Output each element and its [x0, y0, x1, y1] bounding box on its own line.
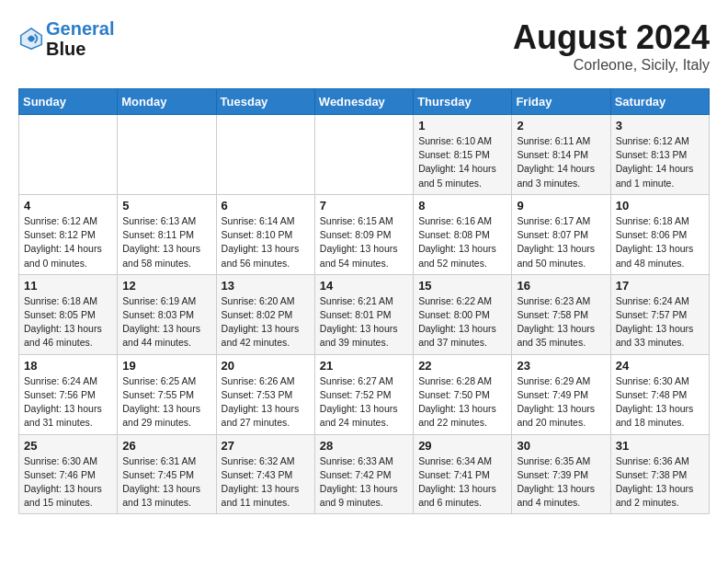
day-number: 25 [24, 439, 112, 453]
day-info: Sunrise: 6:20 AM Sunset: 8:02 PM Dayligh… [222, 294, 310, 350]
day-number: 29 [418, 439, 506, 453]
calendar-cell: 23Sunrise: 6:29 AM Sunset: 7:49 PM Dayli… [512, 354, 610, 434]
calendar-cell: 15Sunrise: 6:22 AM Sunset: 8:00 PM Dayli… [414, 274, 512, 354]
page-header: General Blue August 2024 Corleone, Sicil… [18, 18, 710, 74]
calendar-cell: 28Sunrise: 6:33 AM Sunset: 7:42 PM Dayli… [314, 434, 413, 514]
day-number: 7 [320, 199, 408, 213]
day-number: 6 [222, 199, 310, 213]
calendar-week-row: 25Sunrise: 6:30 AM Sunset: 7:46 PM Dayli… [19, 434, 710, 514]
day-info: Sunrise: 6:22 AM Sunset: 8:00 PM Dayligh… [418, 294, 506, 350]
calendar-week-row: 11Sunrise: 6:18 AM Sunset: 8:05 PM Dayli… [19, 274, 710, 354]
calendar-cell: 10Sunrise: 6:18 AM Sunset: 8:06 PM Dayli… [610, 194, 709, 274]
day-info: Sunrise: 6:31 AM Sunset: 7:45 PM Dayligh… [122, 454, 210, 511]
logo-icon [18, 26, 44, 52]
calendar-cell [314, 115, 413, 195]
calendar-cell: 19Sunrise: 6:25 AM Sunset: 7:55 PM Dayli… [118, 354, 216, 434]
day-number: 11 [24, 279, 112, 293]
day-number: 3 [616, 119, 704, 132]
day-number: 23 [517, 359, 605, 373]
day-number: 8 [418, 199, 506, 213]
calendar-cell [19, 115, 118, 195]
day-number: 31 [616, 439, 704, 453]
header-cell-monday: Monday [118, 89, 216, 115]
day-info: Sunrise: 6:32 AM Sunset: 7:43 PM Dayligh… [222, 454, 310, 511]
day-number: 26 [122, 439, 210, 453]
header-cell-wednesday: Wednesday [314, 89, 413, 115]
day-info: Sunrise: 6:11 AM Sunset: 8:14 PM Dayligh… [517, 134, 605, 190]
day-number: 21 [320, 359, 408, 373]
day-info: Sunrise: 6:25 AM Sunset: 7:55 PM Dayligh… [122, 374, 210, 431]
day-number: 18 [24, 359, 112, 373]
calendar-cell: 9Sunrise: 6:17 AM Sunset: 8:07 PM Daylig… [512, 194, 610, 274]
day-number: 27 [222, 439, 310, 453]
calendar-week-row: 18Sunrise: 6:24 AM Sunset: 7:56 PM Dayli… [19, 354, 710, 434]
calendar-cell: 3Sunrise: 6:12 AM Sunset: 8:13 PM Daylig… [610, 115, 709, 195]
calendar-cell: 16Sunrise: 6:23 AM Sunset: 7:58 PM Dayli… [512, 274, 610, 354]
day-info: Sunrise: 6:30 AM Sunset: 7:46 PM Dayligh… [24, 454, 112, 511]
day-info: Sunrise: 6:19 AM Sunset: 8:03 PM Dayligh… [122, 294, 210, 350]
day-info: Sunrise: 6:18 AM Sunset: 8:06 PM Dayligh… [616, 214, 704, 270]
day-info: Sunrise: 6:36 AM Sunset: 7:38 PM Dayligh… [616, 454, 704, 511]
header-cell-sunday: Sunday [19, 89, 118, 115]
day-info: Sunrise: 6:24 AM Sunset: 7:57 PM Dayligh… [616, 294, 704, 350]
day-info: Sunrise: 6:27 AM Sunset: 7:52 PM Dayligh… [320, 374, 408, 431]
logo-text: General Blue [46, 18, 114, 59]
day-number: 19 [122, 359, 210, 373]
day-number: 20 [222, 359, 310, 373]
day-number: 9 [517, 199, 605, 213]
calendar-cell: 2Sunrise: 6:11 AM Sunset: 8:14 PM Daylig… [512, 115, 610, 195]
title-block: August 2024 Corleone, Sicily, Italy [513, 18, 710, 74]
day-info: Sunrise: 6:28 AM Sunset: 7:50 PM Dayligh… [418, 374, 506, 431]
day-number: 28 [320, 439, 408, 453]
day-info: Sunrise: 6:16 AM Sunset: 8:08 PM Dayligh… [418, 214, 506, 270]
calendar-cell: 29Sunrise: 6:34 AM Sunset: 7:41 PM Dayli… [414, 434, 512, 514]
calendar-cell: 11Sunrise: 6:18 AM Sunset: 8:05 PM Dayli… [19, 274, 118, 354]
calendar-cell: 22Sunrise: 6:28 AM Sunset: 7:50 PM Dayli… [414, 354, 512, 434]
day-info: Sunrise: 6:26 AM Sunset: 7:53 PM Dayligh… [222, 374, 310, 431]
calendar-cell: 31Sunrise: 6:36 AM Sunset: 7:38 PM Dayli… [610, 434, 709, 514]
day-number: 15 [418, 279, 506, 293]
day-number: 14 [320, 279, 408, 293]
logo: General Blue [18, 18, 114, 59]
day-info: Sunrise: 6:12 AM Sunset: 8:13 PM Dayligh… [616, 134, 704, 190]
day-number: 4 [24, 199, 112, 213]
calendar-cell: 27Sunrise: 6:32 AM Sunset: 7:43 PM Dayli… [216, 434, 314, 514]
calendar-cell: 8Sunrise: 6:16 AM Sunset: 8:08 PM Daylig… [414, 194, 512, 274]
day-info: Sunrise: 6:12 AM Sunset: 8:12 PM Dayligh… [24, 214, 112, 270]
day-number: 12 [122, 279, 210, 293]
calendar-week-row: 1Sunrise: 6:10 AM Sunset: 8:15 PM Daylig… [19, 115, 710, 195]
calendar-cell: 7Sunrise: 6:15 AM Sunset: 8:09 PM Daylig… [314, 194, 413, 274]
calendar-cell: 12Sunrise: 6:19 AM Sunset: 8:03 PM Dayli… [118, 274, 216, 354]
day-number: 16 [517, 279, 605, 293]
day-info: Sunrise: 6:24 AM Sunset: 7:56 PM Dayligh… [24, 374, 112, 431]
day-info: Sunrise: 6:17 AM Sunset: 8:07 PM Dayligh… [517, 214, 605, 270]
header-cell-friday: Friday [512, 89, 610, 115]
day-number: 17 [616, 279, 704, 293]
calendar-cell: 30Sunrise: 6:35 AM Sunset: 7:39 PM Dayli… [512, 434, 610, 514]
header-cell-tuesday: Tuesday [216, 89, 314, 115]
calendar-table: SundayMondayTuesdayWednesdayThursdayFrid… [18, 88, 710, 514]
calendar-cell: 13Sunrise: 6:20 AM Sunset: 8:02 PM Dayli… [216, 274, 314, 354]
day-info: Sunrise: 6:13 AM Sunset: 8:11 PM Dayligh… [122, 214, 210, 270]
calendar-cell: 26Sunrise: 6:31 AM Sunset: 7:45 PM Dayli… [118, 434, 216, 514]
calendar-cell: 1Sunrise: 6:10 AM Sunset: 8:15 PM Daylig… [414, 115, 512, 195]
day-number: 2 [517, 119, 605, 132]
day-info: Sunrise: 6:33 AM Sunset: 7:42 PM Dayligh… [320, 454, 408, 511]
day-info: Sunrise: 6:23 AM Sunset: 7:58 PM Dayligh… [517, 294, 605, 350]
day-info: Sunrise: 6:18 AM Sunset: 8:05 PM Dayligh… [24, 294, 112, 350]
calendar-cell: 20Sunrise: 6:26 AM Sunset: 7:53 PM Dayli… [216, 354, 314, 434]
calendar-cell: 25Sunrise: 6:30 AM Sunset: 7:46 PM Dayli… [19, 434, 118, 514]
header-cell-thursday: Thursday [414, 89, 512, 115]
day-info: Sunrise: 6:34 AM Sunset: 7:41 PM Dayligh… [418, 454, 506, 511]
day-info: Sunrise: 6:29 AM Sunset: 7:49 PM Dayligh… [517, 374, 605, 431]
day-number: 13 [222, 279, 310, 293]
calendar-cell: 14Sunrise: 6:21 AM Sunset: 8:01 PM Dayli… [314, 274, 413, 354]
day-number: 5 [122, 199, 210, 213]
calendar-cell: 17Sunrise: 6:24 AM Sunset: 7:57 PM Dayli… [610, 274, 709, 354]
calendar-cell: 21Sunrise: 6:27 AM Sunset: 7:52 PM Dayli… [314, 354, 413, 434]
day-info: Sunrise: 6:30 AM Sunset: 7:48 PM Dayligh… [616, 374, 704, 431]
day-number: 30 [517, 439, 605, 453]
calendar-header-row: SundayMondayTuesdayWednesdayThursdayFrid… [19, 89, 710, 115]
day-info: Sunrise: 6:14 AM Sunset: 8:10 PM Dayligh… [222, 214, 310, 270]
day-number: 24 [616, 359, 704, 373]
